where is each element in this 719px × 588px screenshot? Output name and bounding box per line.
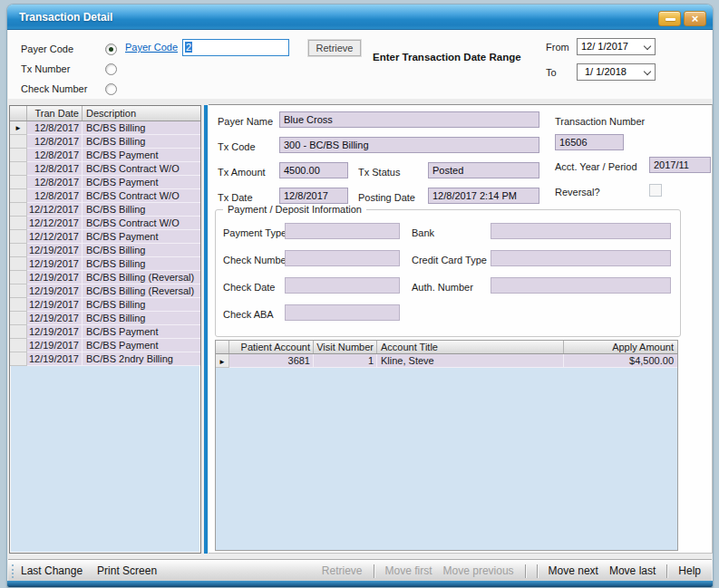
check-date-label: Check Date [223,282,275,293]
transaction-row[interactable]: 12/19/2017BC/BS Billing (Reversal) [10,284,200,298]
credit-card-type-label: Credit Card Type [412,255,487,265]
toolbar-button-move-last[interactable]: Move last [609,564,656,577]
toolbar-button-move-next[interactable]: Move next [549,564,598,577]
transaction-row[interactable]: 12/8/2017BC/BS Payment [10,176,200,189]
tran-date-cell: 12/8/2017 [27,149,83,162]
tx-status-field[interactable]: Posted [428,162,539,178]
reversal-label: Reversal? [555,187,600,198]
radio-tx-number[interactable] [105,63,117,75]
dropdown-arrow-icon [644,68,651,75]
bank-field[interactable] [491,223,671,239]
payment-info-group: Payment / Deposit Information Payment Ty… [215,209,681,337]
description-cell: BC/BS Billing [83,244,200,257]
transaction-row[interactable]: 12/12/2017BC/BS Payment [10,230,200,244]
radio-payer-code[interactable] [105,43,117,55]
row-selector[interactable] [10,162,27,176]
transaction-row[interactable]: 12/19/2017BC/BS Payment [10,325,200,339]
radio-option-check-number[interactable]: Check Number [21,79,117,99]
tran-date-column-header: Tran Date [27,106,83,120]
auth-number-field[interactable] [491,277,671,294]
payer-code-input[interactable]: 2 [182,39,289,56]
payer-code-link[interactable]: Payer Code [125,42,178,53]
tran-date-cell: 12/19/2017 [27,244,83,257]
toolbar-button-print-screen[interactable]: Print Screen [97,564,157,577]
detail-panel: Payer Name Blue Cross Tx Code 300 - BC/B… [209,104,713,554]
transaction-row[interactable]: 12/19/2017BC/BS 2ndry Billing [10,352,200,366]
radio-option-payer-code[interactable]: Payer Code [21,39,117,59]
transaction-row[interactable]: 12/19/2017BC/BS Billing [10,312,200,325]
row-selector[interactable]: ► [216,354,229,368]
row-selector[interactable] [10,217,27,230]
row-selector[interactable] [10,230,27,244]
row-selector[interactable] [10,325,27,339]
retrieve-button[interactable]: Retrieve [308,40,361,56]
reversal-checkbox[interactable] [649,184,662,197]
row-selector[interactable] [10,176,27,189]
posting-date-field[interactable]: 12/8/2017 2:14 PM [428,188,539,204]
tx-date-field[interactable]: 12/8/2017 [279,188,348,204]
apply-amount-column-header: Apply Amount [564,341,677,353]
transaction-detail-window: Transaction Detail × Payer CodeTx Number… [7,5,713,587]
payer-name-field[interactable]: Blue Cross [279,111,539,128]
transaction-row[interactable]: 12/19/2017BC/BS Billing (Reversal) [10,271,200,284]
description-cell: BC/BS Contract W/O [83,189,200,203]
transaction-row[interactable]: 12/12/2017BC/BS Contract W/O [10,217,200,230]
transaction-row[interactable]: 12/8/2017BC/BS Contract W/O [10,189,200,203]
row-selector[interactable] [10,352,27,366]
close-button[interactable]: × [684,11,706,26]
credit-card-type-field[interactable] [491,250,671,266]
acct-year-period-field[interactable]: 2017/11 [649,157,711,173]
row-selector[interactable] [10,135,27,149]
check-number-field[interactable] [285,250,400,266]
tx-code-field[interactable]: 300 - BC/BS Billing [279,137,539,153]
transaction-row[interactable]: 12/8/2017BC/BS Contract W/O [10,162,200,176]
transaction-row[interactable]: ►12/8/2017BC/BS Billing [10,121,200,135]
from-date-dropdown[interactable]: 12/ 1/2017 [577,38,656,55]
payer-name-label: Payer Name [218,116,273,127]
panel-splitter[interactable] [204,105,208,554]
row-selector[interactable] [10,189,27,203]
row-selector[interactable] [10,271,27,284]
visit-number-column-header: Visit Number [314,341,377,353]
transaction-row[interactable]: 12/8/2017BC/BS Billing [10,135,200,149]
to-date-dropdown[interactable]: 1/ 1/2018 [577,63,656,81]
payer-code-value: 2 [185,42,192,53]
row-selector[interactable] [10,203,27,217]
transaction-row[interactable]: 12/12/2017BC/BS Billing [10,203,200,217]
account-title-column-header: Account Title [377,341,564,353]
transaction-row[interactable]: 12/19/2017BC/BS Payment [10,339,200,352]
transaction-number-field[interactable]: 16506 [555,134,624,150]
visit-number-cell: 1 [314,354,377,368]
toolbar-button-help[interactable]: Help [678,564,701,577]
toolbar-grip-icon [12,564,15,578]
description-cell: BC/BS Billing [83,135,200,149]
apply-table: Patient Account Visit Number Account Tit… [215,340,678,551]
row-selector[interactable] [10,312,27,325]
tx-amount-field[interactable]: 4500.00 [279,162,348,178]
check-date-field[interactable] [285,277,400,294]
check-aba-field[interactable] [285,304,400,321]
close-icon: × [692,12,699,25]
description-cell: BC/BS Payment [83,339,200,352]
transaction-row[interactable]: 12/19/2017BC/BS Billing [10,298,200,312]
tran-date-cell: 12/8/2017 [27,176,83,189]
payment-type-field[interactable] [285,223,400,239]
dropdown-arrow-icon [644,43,651,50]
row-selector[interactable]: ► [10,121,27,135]
from-label: From [546,42,569,53]
row-selector[interactable] [10,339,27,352]
radio-option-tx-number[interactable]: Tx Number [21,59,117,79]
toolbar-button-last-change[interactable]: Last Change [21,564,83,577]
row-selector[interactable] [10,149,27,162]
row-selector[interactable] [10,284,27,298]
tx-amount-label: Tx Amount [218,167,266,178]
row-selector[interactable] [10,298,27,312]
row-selector[interactable] [10,257,27,271]
apply-row[interactable]: ►36811Kline, Steve$4,500.00 [216,354,677,368]
radio-check-number[interactable] [105,83,117,95]
transaction-row[interactable]: 12/8/2017BC/BS Payment [10,149,200,162]
transaction-row[interactable]: 12/19/2017BC/BS Billing [10,257,200,271]
minimize-button[interactable] [658,11,681,26]
transaction-row[interactable]: 12/19/2017BC/BS Billing [10,244,200,257]
row-selector[interactable] [10,244,27,257]
